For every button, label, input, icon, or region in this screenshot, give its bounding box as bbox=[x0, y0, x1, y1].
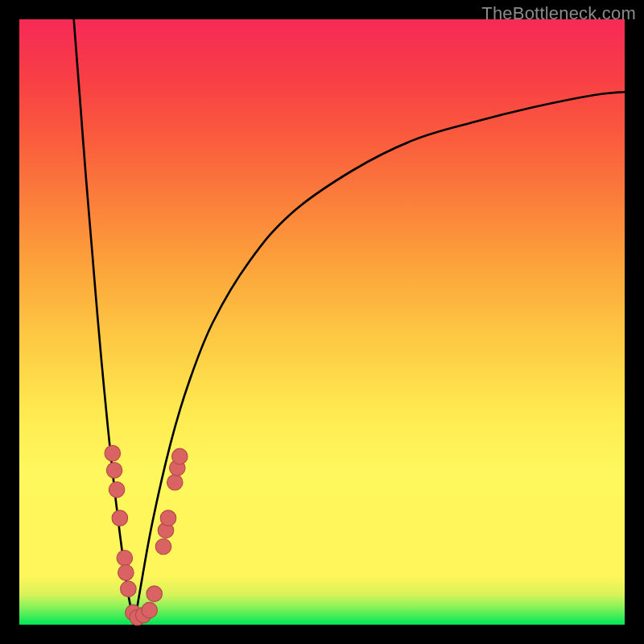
scatter-dots bbox=[105, 445, 188, 625]
chart-svg bbox=[19, 19, 625, 625]
watermark-text: TheBottleneck.com bbox=[481, 3, 636, 24]
data-point bbox=[142, 602, 158, 618]
data-point bbox=[118, 565, 134, 581]
plot-area bbox=[19, 19, 625, 625]
data-point bbox=[172, 448, 188, 464]
data-point bbox=[112, 510, 128, 526]
data-point bbox=[155, 539, 171, 555]
data-point bbox=[117, 551, 133, 567]
data-point bbox=[160, 510, 176, 526]
data-point bbox=[106, 462, 122, 478]
curve-right bbox=[134, 92, 625, 625]
data-point bbox=[167, 475, 183, 491]
chart-frame: TheBottleneck.com bbox=[0, 0, 644, 644]
curve-left bbox=[74, 19, 134, 625]
data-point bbox=[147, 586, 163, 602]
data-point bbox=[121, 581, 137, 597]
data-point bbox=[109, 482, 125, 498]
data-point bbox=[105, 445, 121, 461]
